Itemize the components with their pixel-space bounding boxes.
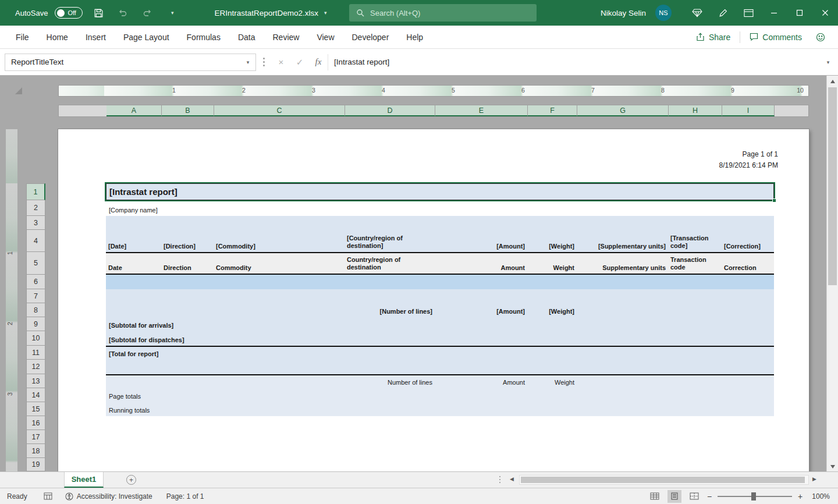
column-header-b[interactable]: B	[162, 105, 214, 116]
vertical-scrollbar-thumb[interactable]	[828, 87, 837, 285]
ribbon-display-options-button[interactable]	[736, 0, 761, 26]
autosave-toggle[interactable]: Off	[55, 7, 83, 19]
row-header-12[interactable]: 12	[26, 360, 45, 374]
tab-developer[interactable]: Developer	[343, 26, 398, 48]
pen-button[interactable]	[710, 0, 736, 26]
undo-button[interactable]	[114, 4, 132, 22]
name-box[interactable]: ▾	[5, 54, 256, 71]
tab-grip-icon[interactable]	[499, 476, 500, 483]
cell-label-direction[interactable]: Direction	[161, 264, 214, 274]
cell-label-date[interactable]: Date	[106, 264, 161, 274]
scroll-left-button[interactable]: ◀	[510, 476, 514, 482]
row-header-14[interactable]: 14	[26, 388, 45, 402]
zoom-level[interactable]: 100%	[812, 492, 830, 501]
tab-review[interactable]: Review	[264, 26, 308, 48]
comments-button[interactable]: Comments	[743, 30, 809, 45]
row-header-1[interactable]: 1	[26, 183, 45, 200]
cell-label-transaction[interactable]: Transaction code	[668, 256, 722, 274]
row-header-4[interactable]: 4	[26, 230, 45, 252]
cell-field-direction[interactable]: [Direction]	[161, 243, 214, 252]
cell-label-commodity[interactable]: Commodity	[214, 264, 345, 274]
formula-bar-expand-button[interactable]: ▾	[818, 59, 838, 65]
column-header-h[interactable]: H	[669, 105, 722, 116]
cell-subtotal-arrivals[interactable]: [Subtotal for arrivals]	[106, 322, 774, 331]
cell-field-transaction[interactable]: [Transaction code]	[668, 235, 722, 252]
cell-label-weight[interactable]: Weight	[527, 264, 577, 274]
scroll-right-button[interactable]: ▶	[812, 476, 816, 482]
tab-data[interactable]: Data	[229, 26, 264, 48]
horizontal-scrollbar-thumb[interactable]	[521, 477, 805, 483]
maximize-button[interactable]	[787, 0, 812, 26]
add-sheet-button[interactable]: +	[126, 475, 136, 485]
tab-formulas[interactable]: Formulas	[178, 26, 229, 48]
horizontal-scrollbar[interactable]	[519, 475, 809, 485]
cell-subtotal-dispatches[interactable]: [Subtotal for dispatches]	[106, 336, 774, 346]
cell-total-report[interactable]: [Total for report]	[106, 350, 774, 360]
row-header-16[interactable]: 16	[26, 416, 45, 430]
cell-field-commodity[interactable]: [Commodity]	[214, 243, 345, 252]
cell-report-title[interactable]: [Intrastat report]	[106, 187, 775, 197]
view-page-break-button[interactable]	[687, 490, 701, 503]
cell-company-name[interactable]: [Company name]	[106, 207, 774, 216]
row-header-7[interactable]: 7	[26, 289, 45, 303]
cell-field-supplementary[interactable]: [Supplementary units]	[577, 243, 668, 252]
zoom-slider-thumb[interactable]	[751, 492, 756, 501]
zoom-in-button[interactable]: +	[798, 492, 803, 501]
formula-bar-grip-icon[interactable]	[263, 58, 265, 66]
scroll-down-button[interactable]	[827, 461, 838, 471]
name-box-input[interactable]	[5, 58, 240, 66]
formula-input[interactable]	[328, 58, 818, 66]
cell-label-amount[interactable]: Amount	[435, 264, 527, 274]
feedback-button[interactable]	[809, 30, 832, 45]
minimize-button[interactable]	[761, 0, 787, 26]
redo-button[interactable]	[139, 4, 156, 22]
sheet-tab-sheet1[interactable]: Sheet1	[64, 472, 104, 488]
cell-label-number-of-lines[interactable]: Number of lines	[345, 379, 435, 388]
view-page-layout-button[interactable]	[667, 490, 681, 503]
tab-home[interactable]: Home	[38, 26, 77, 48]
document-title[interactable]: ERIntrastatReportDemo2.xlsx ▾	[214, 9, 326, 17]
name-box-caret-icon[interactable]: ▾	[240, 59, 255, 65]
cell-label-totals-weight[interactable]: Weight	[527, 379, 577, 388]
vertical-scrollbar[interactable]	[826, 76, 838, 471]
row-header-10[interactable]: 10	[26, 331, 45, 346]
zoom-slider[interactable]	[718, 496, 792, 497]
column-header-g[interactable]: G	[577, 105, 669, 116]
row-header-18[interactable]: 18	[26, 444, 45, 458]
column-header-d[interactable]: D	[345, 105, 435, 116]
row-header-8[interactable]: 8	[26, 303, 45, 317]
column-header-f[interactable]: F	[528, 105, 577, 116]
scroll-up-button[interactable]	[827, 80, 838, 83]
macro-record-button[interactable]	[44, 492, 52, 500]
share-button[interactable]: Share	[689, 30, 737, 45]
enter-button[interactable]: ✓	[290, 54, 309, 71]
cell-totals-number-of-lines[interactable]: [Number of lines]	[345, 308, 435, 317]
row-header-5[interactable]: 5	[26, 252, 45, 275]
cell-field-weight[interactable]: [Weight]	[527, 243, 577, 252]
zoom-out-button[interactable]: −	[707, 492, 712, 501]
row-header-9[interactable]: 9	[26, 317, 45, 331]
cell-label-country[interactable]: Country/region of destination	[345, 256, 435, 274]
column-header-i[interactable]: I	[722, 105, 775, 116]
cell-field-correction[interactable]: [Correction]	[722, 243, 774, 252]
tab-insert[interactable]: Insert	[77, 26, 115, 48]
cancel-button[interactable]: ×	[272, 54, 290, 71]
close-button[interactable]	[812, 0, 838, 26]
column-header-c[interactable]: C	[214, 105, 345, 116]
cell-field-date[interactable]: [Date]	[106, 243, 161, 252]
tab-file[interactable]: File	[7, 26, 38, 48]
gem-button[interactable]	[684, 0, 710, 26]
cell-label-totals-amount[interactable]: Amount	[435, 379, 527, 388]
cell-totals-amount[interactable]: [Amount]	[435, 308, 527, 317]
cell-field-country[interactable]: [Country/region of destination]	[345, 235, 435, 252]
row-header-17[interactable]: 17	[26, 430, 45, 444]
tab-help[interactable]: Help	[397, 26, 432, 48]
row-header-2[interactable]: 2	[26, 200, 45, 216]
search-box[interactable]: Search (Alt+Q)	[349, 4, 537, 22]
accessibility-status[interactable]: Accessibility: Investigate	[65, 492, 152, 501]
save-button[interactable]	[90, 4, 107, 22]
cell-totals-weight[interactable]: [Weight]	[527, 308, 577, 317]
row-header-15[interactable]: 15	[26, 402, 45, 416]
cell-label-supplementary[interactable]: Supplementary units	[577, 264, 668, 274]
view-normal-button[interactable]	[648, 490, 662, 503]
